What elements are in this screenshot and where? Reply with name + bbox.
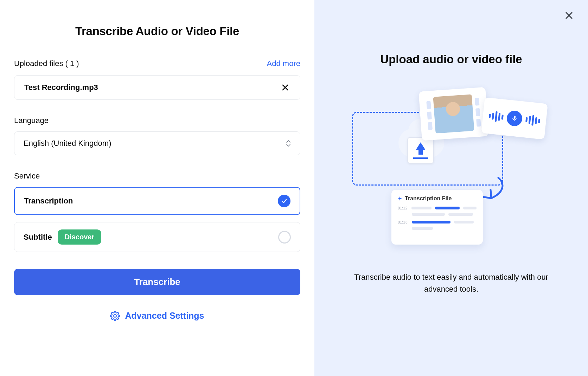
transcribe-button[interactable]: Transcribe: [14, 269, 300, 295]
timestamp: 01:12: [398, 206, 408, 210]
gear-icon: [110, 311, 120, 321]
info-description: Transcribe audio to text easily and auto…: [346, 271, 557, 295]
advanced-settings-label: Advanced Settings: [125, 311, 204, 321]
illustration: ✦ Transcription File 01:12 01:13: [349, 91, 553, 256]
microphone-icon: [506, 110, 523, 127]
service-option-transcription[interactable]: Transcription: [14, 187, 300, 215]
transcription-result-icon: ✦ Transcription File 01:12 01:13: [391, 190, 483, 245]
video-file-icon: [418, 87, 488, 141]
uploaded-files-header: Uploaded files ( 1 ) Add more: [14, 59, 300, 68]
close-icon: [564, 11, 574, 20]
uploaded-file-name: Test Recording.mp3: [24, 83, 98, 92]
add-more-link[interactable]: Add more: [267, 59, 300, 68]
service-label: Service: [14, 171, 300, 181]
svg-point-2: [114, 315, 116, 317]
service-option-subtitle[interactable]: Subtitle Discover: [14, 222, 300, 252]
language-value: English (United Kingdom): [24, 139, 111, 148]
advanced-settings-link[interactable]: Advanced Settings: [14, 311, 300, 321]
language-label: Language: [14, 116, 300, 125]
language-select[interactable]: English (United Kingdom): [14, 131, 300, 155]
remove-file-button[interactable]: [280, 83, 290, 92]
audio-file-icon: [481, 97, 548, 140]
timestamp: 01:13: [398, 220, 408, 224]
uploaded-files-label: Uploaded files ( 1 ): [14, 59, 79, 68]
info-panel: Upload audio or video file: [314, 0, 588, 376]
page-title: Transcribe Audio or Video File: [14, 25, 300, 38]
close-button[interactable]: [564, 11, 575, 22]
upload-arrow-icon: [407, 137, 434, 164]
service-transcription-label: Transcription: [24, 196, 73, 206]
discover-badge: Discover: [58, 229, 102, 245]
uploaded-file-row: Test Recording.mp3: [14, 75, 300, 100]
result-card-title: Transcription File: [405, 195, 452, 202]
info-title: Upload audio or video file: [380, 53, 522, 66]
form-panel: Transcribe Audio or Video File Uploaded …: [0, 0, 314, 376]
service-options: Transcription Subtitle Discover: [14, 187, 300, 252]
radio-checked-icon: [278, 195, 290, 207]
service-subtitle-label: Subtitle: [24, 233, 52, 242]
radio-unchecked-icon: [278, 231, 291, 244]
close-icon: [281, 83, 289, 92]
sparkle-icon: ✦: [398, 196, 402, 201]
select-updown-icon: [286, 140, 291, 147]
